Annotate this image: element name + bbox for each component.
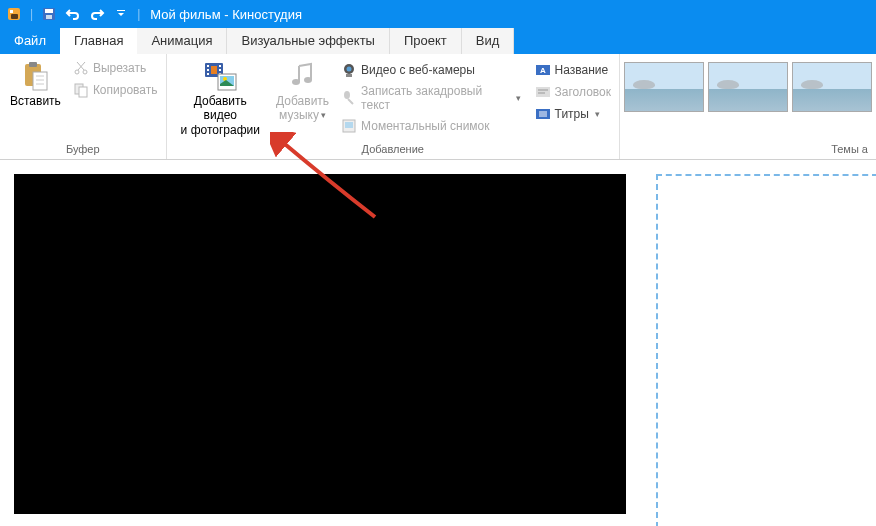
svg-point-35 <box>344 91 350 99</box>
paste-button[interactable]: Вставить <box>4 56 67 108</box>
webcam-button[interactable]: Видео с веб-камеры <box>337 60 524 80</box>
snapshot-button: Моментальный снимок <box>337 116 524 136</box>
theme-thumbnail[interactable] <box>708 62 788 112</box>
narration-button: Записать закадровый текст ▾ <box>337 82 524 114</box>
svg-rect-26 <box>211 66 217 74</box>
svg-point-13 <box>75 70 79 74</box>
cut-label: Вырезать <box>93 61 146 75</box>
svg-rect-18 <box>79 87 87 97</box>
tab-file[interactable]: Файл <box>0 28 60 54</box>
svg-point-31 <box>304 77 312 83</box>
snapshot-label: Моментальный снимок <box>361 119 489 133</box>
svg-line-16 <box>77 62 84 70</box>
svg-rect-21 <box>207 69 209 71</box>
add-music-button[interactable]: Добавить музыку▾ <box>270 56 335 123</box>
save-icon[interactable] <box>39 4 59 24</box>
tab-effects[interactable]: Визуальные эффекты <box>227 28 389 54</box>
svg-rect-38 <box>345 122 353 128</box>
credits-label: Титры <box>555 107 589 121</box>
workspace <box>0 160 876 526</box>
group-buffer-label: Буфер <box>4 141 162 159</box>
tab-home[interactable]: Главная <box>60 28 137 54</box>
timeline-dropzone[interactable] <box>656 174 876 526</box>
svg-rect-23 <box>219 65 221 67</box>
video-preview[interactable] <box>14 174 626 514</box>
header-label: Заголовок <box>555 85 611 99</box>
undo-icon[interactable] <box>63 4 83 24</box>
title-icon: A <box>535 62 551 78</box>
title-label: Название <box>555 63 609 77</box>
header-icon <box>535 84 551 100</box>
svg-rect-1 <box>10 10 13 13</box>
mic-icon <box>341 90 357 106</box>
quick-access-toolbar: | | <box>0 4 142 24</box>
group-add-label: Добавление <box>171 141 616 159</box>
chevron-down-icon: ▾ <box>321 110 326 121</box>
webcam-label: Видео с веб-камеры <box>361 63 475 77</box>
theme-thumbnail[interactable] <box>792 62 872 112</box>
svg-line-36 <box>348 99 353 104</box>
narration-label: Записать закадровый текст <box>361 84 509 112</box>
svg-rect-34 <box>346 74 352 77</box>
add-video-label-1: Добавить видео <box>177 94 265 123</box>
add-music-label-2: музыку <box>279 108 319 122</box>
group-buffer: Вставить Вырезать Копировать Буфер <box>0 54 167 159</box>
paste-label: Вставить <box>10 94 61 108</box>
paste-icon <box>19 60 51 92</box>
cut-button: Вырезать <box>69 58 162 78</box>
svg-line-15 <box>78 62 85 70</box>
snapshot-icon <box>341 118 357 134</box>
webcam-icon <box>341 62 357 78</box>
svg-rect-24 <box>219 69 221 71</box>
svg-rect-4 <box>45 9 53 13</box>
window-title: Мой фильм - Киностудия <box>150 7 302 22</box>
svg-point-14 <box>83 70 87 74</box>
add-music-label-1: Добавить <box>276 94 329 108</box>
qat-dropdown-icon[interactable] <box>111 4 131 24</box>
group-themes-label: Темы а <box>624 141 872 159</box>
ribbon: Вставить Вырезать Копировать Буфер <box>0 54 876 160</box>
credits-icon <box>535 106 551 122</box>
credits-button[interactable]: Титры ▾ <box>531 104 615 124</box>
svg-point-33 <box>347 67 352 72</box>
svg-rect-41 <box>536 87 550 97</box>
tab-animation[interactable]: Анимация <box>137 28 227 54</box>
copy-button: Копировать <box>69 80 162 100</box>
copy-icon <box>73 82 89 98</box>
svg-rect-9 <box>33 72 47 90</box>
svg-rect-20 <box>207 65 209 67</box>
header-button: Заголовок <box>531 82 615 102</box>
ribbon-tabs: Файл Главная Анимация Визуальные эффекты… <box>0 28 876 54</box>
tab-project[interactable]: Проект <box>390 28 462 54</box>
app-icon[interactable] <box>4 4 24 24</box>
svg-point-30 <box>292 79 300 85</box>
group-add: Добавить видео и фотографии Добавить муз… <box>167 54 621 159</box>
add-video-button[interactable]: Добавить видео и фотографии <box>171 56 271 137</box>
svg-rect-22 <box>207 73 209 75</box>
title-button[interactable]: A Название <box>531 60 615 80</box>
tab-view[interactable]: Вид <box>462 28 515 54</box>
cut-icon <box>73 60 89 76</box>
svg-text:A: A <box>540 66 546 75</box>
svg-rect-8 <box>29 62 37 67</box>
titlebar: | | Мой фильм - Киностудия <box>0 0 876 28</box>
redo-icon[interactable] <box>87 4 107 24</box>
svg-rect-6 <box>117 10 125 11</box>
copy-label: Копировать <box>93 83 158 97</box>
add-music-icon <box>287 60 319 92</box>
theme-thumbnail[interactable] <box>624 62 704 112</box>
add-video-label-2: и фотографии <box>181 123 260 137</box>
chevron-down-icon: ▾ <box>595 109 600 119</box>
chevron-down-icon: ▾ <box>516 93 521 103</box>
svg-rect-2 <box>11 14 18 19</box>
add-video-icon <box>204 60 236 92</box>
svg-rect-5 <box>46 15 52 19</box>
group-themes: Темы а <box>620 54 876 159</box>
